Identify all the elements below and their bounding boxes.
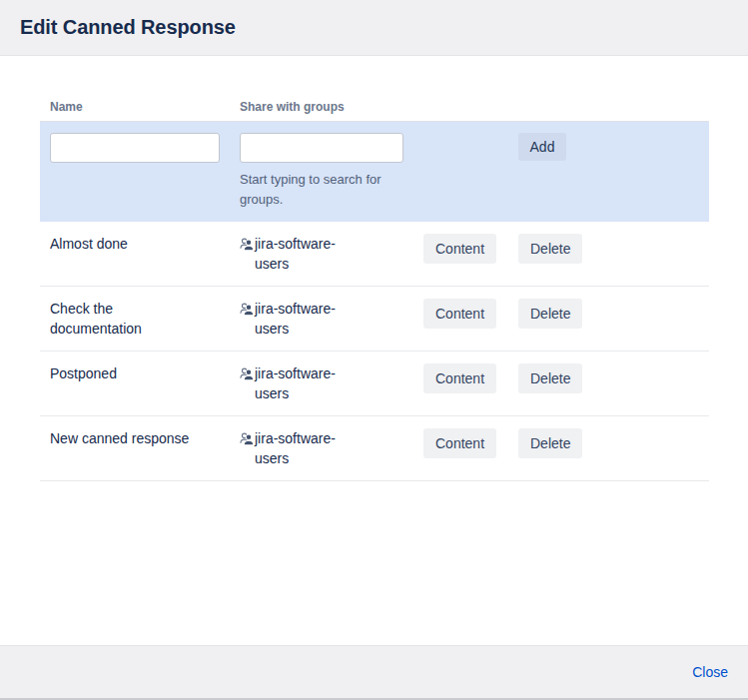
delete-button[interactable]: Delete	[518, 234, 582, 264]
canned-responses-table: Name Share with groups Start typing to s…	[40, 100, 709, 481]
editor-row: Start typing to search for groups. Add	[40, 122, 709, 222]
content-button[interactable]: Content	[423, 234, 496, 264]
close-link[interactable]: Close	[692, 664, 728, 680]
response-name: Almost done	[50, 234, 128, 254]
shared-group-name: jira-software-users	[255, 299, 367, 339]
delete-button[interactable]: Delete	[518, 299, 582, 329]
column-header-share-with-groups: Share with groups	[240, 100, 423, 114]
table-row: Almost done jira-software-users Content …	[40, 222, 709, 287]
delete-button[interactable]: Delete	[518, 428, 582, 458]
table-row: New canned response jira-software-users …	[40, 416, 709, 481]
table-header-row: Name Share with groups	[40, 100, 709, 122]
group-icon	[240, 302, 255, 322]
shared-group-name: jira-software-users	[255, 428, 367, 468]
name-input[interactable]	[50, 133, 220, 163]
dialog-footer: Close	[0, 645, 748, 698]
add-button[interactable]: Add	[518, 133, 566, 161]
response-name: Postponed	[50, 363, 117, 383]
shared-group-name: jira-software-users	[255, 234, 367, 274]
group-icon	[240, 366, 255, 386]
table-row: Check the documentation jira-software-us…	[40, 287, 709, 351]
response-name: New canned response	[50, 428, 189, 448]
edit-canned-response-dialog: Edit Canned Response Name Share with gro…	[0, 0, 748, 698]
group-icon	[240, 431, 255, 451]
content-button[interactable]: Content	[423, 363, 496, 393]
delete-button[interactable]: Delete	[518, 363, 582, 393]
share-with-groups-input[interactable]	[240, 133, 403, 163]
content-button[interactable]: Content	[423, 428, 496, 458]
table-row: Postponed jira-software-users Content De…	[40, 351, 709, 416]
column-header-name: Name	[40, 100, 240, 114]
group-icon	[240, 237, 255, 257]
dialog-body: Name Share with groups Start typing to s…	[0, 56, 748, 645]
shared-group-name: jira-software-users	[255, 363, 367, 403]
content-button[interactable]: Content	[423, 299, 496, 329]
dialog-title: Edit Canned Response	[20, 16, 236, 39]
groups-helper-text: Start typing to search for groups.	[240, 170, 399, 210]
response-name: Check the documentation	[50, 299, 190, 339]
dialog-header: Edit Canned Response	[0, 0, 748, 56]
